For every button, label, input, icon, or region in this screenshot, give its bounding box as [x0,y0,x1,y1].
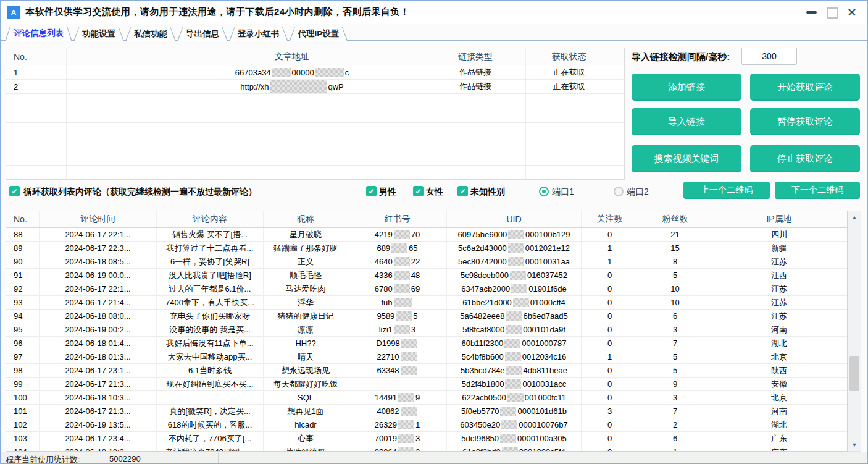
masked-text-part: 3 [411,325,415,334]
scroll-up-icon[interactable]: ▲ [848,211,861,224]
minimize-button[interactable] [803,5,819,20]
comment-table-row[interactable]: 952024-06-19 00:2...没事的没事的 我是买...凛凛lizi1… [6,323,847,337]
masked-text-part: 22710 [377,352,399,361]
link-table-row[interactable] [6,166,624,179]
comment-table-row[interactable]: 902024-06-18 08:5...6一样，妥协了[笑哭R]正义464022… [6,255,847,269]
cell-fans: 2 [638,418,712,431]
mosaic-blur [500,407,516,416]
port1-radio[interactable] [539,187,549,196]
link-table-row[interactable] [6,108,624,122]
comment-table-body: 882024-06-17 22:1...销售火爆 买不了[捂...星月破晓421… [6,228,847,452]
cell-uid: 5a6482eee86b6ed7aad5 [447,310,582,323]
pause-fetch-button[interactable]: 暂停获取评论 [750,108,860,135]
comment-table-row[interactable]: 942024-06-18 08:0...充电头子你们买哪家呀猪猪的健康日记958… [6,310,847,323]
masked-text-part: 6780 [375,284,393,293]
cell-nick: hlcadr [264,418,348,431]
mosaic-blur [401,366,417,375]
next-qrcode-button[interactable]: 下一个二维码 [775,182,860,199]
cell-uid: 60975be6000000100b129 [447,228,582,241]
link-table-row[interactable] [6,123,624,137]
cell-uid: 5c98dceb000016037452 [447,269,582,282]
cell-redbook-id: D1998 [348,337,447,350]
cell-ip: 湖北 [712,418,846,431]
link-cell-status: 正在获取 [526,80,612,93]
port2-radio[interactable] [614,187,624,196]
comment-table-row[interactable]: 992024-06-17 21:3...现在好纠结到底买不买...每天都耀好好吃… [6,378,847,391]
comment-table-row[interactable]: 922024-06-17 22:1...过去的三年都是6.1价...马达爱吃肉6… [6,282,847,296]
cell-following: 0 [582,378,638,390]
stop-fetch-button[interactable]: 停止获取评论 [750,145,860,172]
comment-table-row[interactable]: 982024-06-17 23:1...6.1当时多钱想永远现场见633485b… [6,364,847,378]
masked-text-part: 689 [377,243,390,253]
loop-fetch-checkbox[interactable]: ✔ [9,186,20,196]
masked-text-part: c [345,68,349,77]
link-cell-no: 1 [6,65,67,79]
masked-text-part: 65 [409,243,417,253]
link-table-row[interactable] [6,94,624,108]
comment-table-row[interactable]: 882024-06-17 22:1...销售火爆 买不了[捂...星月破晓421… [6,228,847,242]
search-keyword-button[interactable]: 搜索视频关键词 [632,145,741,172]
cell-no: 93 [6,296,40,309]
cell-content: 7400拿下，有人手快买... [157,296,264,309]
cell-uid: 61bbe21d00001000cff4 [447,296,582,309]
link-table-row[interactable] [6,151,624,166]
maximize-button[interactable] [824,5,840,20]
comment-table-row[interactable]: 1012024-06-17 21:3...真的[微笑R]，决定买...想再见1面… [6,405,847,418]
mosaic-blur [401,407,417,416]
cell-content: 充电头子你们买哪家呀 [157,310,264,323]
masked-text-part: 5d2f4b1800 [462,379,504,389]
cell-nick: SQL [264,391,348,404]
comment-table-row[interactable]: 912024-06-19 00:0...没人比我贵了吧[捂脸R]顺毛毛怪4336… [6,269,847,282]
tab-private-message[interactable]: 私信功能 [125,27,176,41]
comment-table-row[interactable]: 1002024-06-18 10:3...SQL144919622acb0500… [6,391,847,405]
cell-content [157,391,264,404]
link-table-row[interactable]: 166703a3400000c作品链接正在获取 [6,65,624,80]
unknown-gender-checkbox[interactable]: ✔ [457,186,468,196]
tab-login-xiaohongshu[interactable]: 登录小红书 [229,27,288,41]
mosaic-blur [270,80,327,93]
cell-nick: 心事 [264,432,348,445]
cell-content: 我好后悔没有11点下单... [157,337,264,350]
comment-table-row[interactable]: 962024-06-18 01:4...我好后悔没有11点下单...HH??D1… [6,337,847,350]
cell-time: 2024-06-19 00:0... [40,269,157,282]
start-fetch-button[interactable]: 开始获取评论 [750,74,860,101]
cell-uid: 5c6a2d430000012021e12 [447,242,582,255]
female-checkbox[interactable]: ✔ [413,186,424,196]
tab-export-info[interactable]: 导出信息 [177,27,228,41]
prev-qrcode-button[interactable]: 上一个二维码 [683,182,770,199]
link-table-row[interactable] [6,137,624,151]
tab-proxy-ip[interactable]: 代理IP设置 [290,27,348,41]
masked-text-part: 000100b129 [525,230,570,239]
female-label: 女性 [426,187,443,198]
mosaic-blur [508,230,524,239]
scrollbar-thumb[interactable] [849,356,859,391]
add-link-button[interactable]: 添加链接 [632,74,741,101]
import-link-button[interactable]: 导入链接 [632,108,741,135]
tab-function-settings[interactable]: 功能设置 [73,27,124,41]
cell-no: 99 [6,378,40,390]
comment-table-row[interactable]: 1032024-06-17 23:4...不内耗了，7706买了[...心事70… [6,432,847,445]
cell-uid: 60b11f23000001000787 [447,337,582,350]
link-table-row[interactable]: 2http://xhqwP作品链接正在获取 [6,80,624,94]
interval-input[interactable] [741,48,797,65]
cell-content: 不内耗了，7706买了[... [157,432,264,445]
masked-text-part: 603450e20 [460,420,500,429]
link-cell-filler [612,137,624,151]
comment-table-scrollbar[interactable]: ▲ ▼ [848,211,861,452]
cell-content: 6.1当时多钱 [157,364,264,377]
mosaic-blur [398,420,414,429]
comment-table-row[interactable]: 1022024-06-19 13:5...618的时候买的，客服...hlcad… [6,418,847,432]
mosaic-blur [391,243,407,253]
comment-table-row[interactable]: 972024-06-18 01:3...大家去中国移动app买...晴天2271… [6,350,847,364]
close-button[interactable]: ✕ [844,5,860,20]
male-checkbox[interactable]: ✔ [366,186,377,196]
cell-following: 0 [582,445,638,452]
masked-text-part: 70019 [375,434,397,443]
tab-comment-list[interactable]: 评论信息列表 [5,25,72,41]
cell-ip: 江苏 [712,296,846,309]
comment-table-row[interactable]: 892024-06-17 22:3...我打算过了十二点再看...猛踹瘸子那条好… [6,242,847,255]
scroll-down-icon[interactable]: ▼ [848,439,861,451]
comment-table-row[interactable]: 1042024-06-18 18:2...老让我这个7949刷到，...荷叶漂流… [6,445,847,452]
link-cell-no [6,151,67,165]
comment-table-row[interactable]: 932024-06-17 21:4...7400拿下，有人手快买...浮华fuh… [6,296,847,310]
